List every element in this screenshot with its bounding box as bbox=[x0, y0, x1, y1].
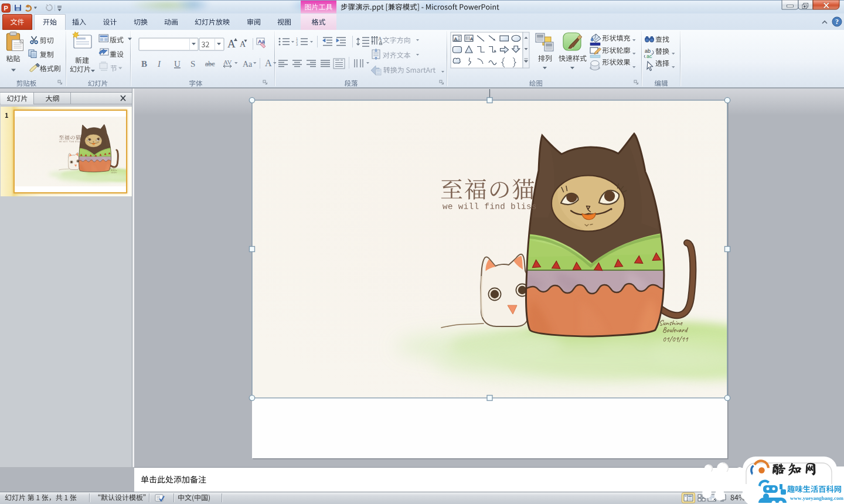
svg-text:A: A bbox=[227, 38, 236, 50]
svg-text:3: 3 bbox=[296, 43, 298, 46]
svg-text:I: I bbox=[157, 59, 161, 69]
svg-text:Aa: Aa bbox=[243, 60, 253, 69]
svg-text:S: S bbox=[190, 59, 195, 69]
svg-text:AV: AV bbox=[223, 59, 232, 66]
svg-text:B: B bbox=[141, 59, 147, 69]
svg-text:?: ? bbox=[835, 18, 839, 26]
svg-text:abc: abc bbox=[205, 60, 215, 68]
svg-text:U: U bbox=[174, 59, 181, 69]
svg-text:P: P bbox=[4, 5, 8, 12]
svg-text:A: A bbox=[470, 36, 474, 42]
svg-text:A: A bbox=[378, 36, 382, 42]
